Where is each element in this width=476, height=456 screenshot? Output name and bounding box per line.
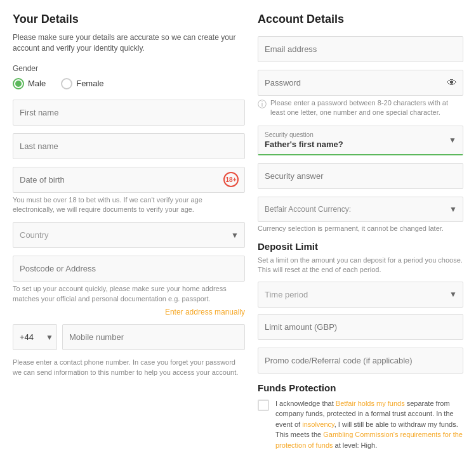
your-details-section: Your Details Please make sure your detai… bbox=[13, 13, 245, 456]
info-icon: ⓘ bbox=[258, 98, 267, 111]
password-wrapper: 👁 bbox=[258, 70, 463, 96]
gender-female-radio[interactable] bbox=[61, 78, 72, 89]
gender-female-label: Female bbox=[76, 79, 103, 88]
currency-group: Betfair Account Currency: GBP - British … bbox=[258, 197, 463, 232]
country-select[interactable]: Country bbox=[13, 222, 245, 248]
limit-amount-input[interactable] bbox=[258, 314, 463, 340]
funds-row: I acknowledge that Betfair holds my fund… bbox=[258, 398, 463, 451]
security-answer-group bbox=[258, 163, 463, 189]
gender-male-radio[interactable] bbox=[13, 78, 24, 89]
password-input[interactable] bbox=[258, 70, 463, 96]
password-note: Please enter a password between 8-20 cha… bbox=[270, 98, 463, 118]
eye-icon[interactable]: 👁 bbox=[447, 77, 457, 89]
account-details-title: Account Details bbox=[258, 13, 463, 26]
email-group bbox=[258, 36, 463, 62]
security-question-label: Security question bbox=[265, 131, 456, 138]
currency-wrapper: Betfair Account Currency: GBP - British … bbox=[258, 197, 463, 222]
postcode-input[interactable] bbox=[13, 256, 245, 282]
country-group: Country ▼ bbox=[13, 222, 245, 248]
currency-note: Currency selection is permanent, it cann… bbox=[258, 225, 463, 232]
dob-group: 18+ You must be over 18 to bet with us. … bbox=[13, 167, 245, 215]
funds-protection-section: Funds Protection I acknowledge that Betf… bbox=[258, 382, 463, 456]
country-select-wrapper: Country ▼ bbox=[13, 222, 245, 248]
age-badge: 18+ bbox=[223, 172, 239, 187]
password-group: 👁 ⓘ Please enter a password between 8-20… bbox=[258, 70, 463, 118]
phone-code-select[interactable]: +44 bbox=[13, 324, 57, 350]
promo-group bbox=[258, 348, 463, 374]
gender-male-option[interactable]: Male bbox=[13, 78, 46, 89]
gender-group: Male Female bbox=[13, 78, 245, 89]
dob-wrapper: 18+ bbox=[13, 167, 245, 193]
last-name-input[interactable] bbox=[13, 133, 245, 159]
gender-female-option[interactable]: Female bbox=[61, 78, 103, 89]
time-period-wrapper: Time period Daily Weekly Monthly ▼ bbox=[258, 282, 463, 308]
account-details-section: Account Details 👁 ⓘ Please enter a passw… bbox=[258, 13, 463, 456]
phone-note: Please enter a contact phone number. In … bbox=[13, 358, 245, 377]
deposit-limit-section: Deposit Limit Set a limit on the amount … bbox=[258, 241, 463, 374]
limit-amount-group bbox=[258, 314, 463, 340]
gender-male-label: Male bbox=[28, 79, 46, 88]
deposit-limit-title: Deposit Limit bbox=[258, 241, 463, 252]
deposit-limit-subtitle: Set a limit on the amount you can deposi… bbox=[258, 256, 463, 275]
dob-input[interactable] bbox=[13, 167, 245, 193]
phone-number-wrapper bbox=[62, 324, 245, 350]
funds-protection-checkbox[interactable] bbox=[258, 400, 269, 411]
email-input[interactable] bbox=[258, 36, 463, 62]
first-name-group bbox=[13, 100, 245, 126]
security-answer-input[interactable] bbox=[258, 163, 463, 189]
gender-label: Gender bbox=[13, 64, 245, 73]
currency-select[interactable]: Betfair Account Currency: GBP - British … bbox=[258, 197, 463, 222]
funds-protection-text: I acknowledge that Betfair holds my fund… bbox=[275, 398, 463, 451]
age-note: You must be over 18 to bet with us. If w… bbox=[13, 195, 245, 215]
mobile-number-input[interactable] bbox=[62, 324, 245, 350]
phone-group: +44 ▼ bbox=[13, 324, 245, 350]
security-question-group[interactable]: Security question Father's first name? ▼ bbox=[258, 126, 463, 155]
password-note-wrapper: ⓘ Please enter a password between 8-20 c… bbox=[258, 98, 463, 118]
funds-link-1[interactable]: Betfair holds my funds bbox=[336, 400, 405, 407]
funds-text-4: at level: High. bbox=[333, 441, 378, 449]
funds-protection-title: Funds Protection bbox=[258, 382, 463, 393]
time-period-select[interactable]: Time period Daily Weekly Monthly bbox=[258, 282, 463, 308]
funds-link-2[interactable]: insolvency bbox=[302, 420, 334, 428]
phone-code-wrapper: +44 ▼ bbox=[13, 324, 57, 350]
address-group: To set up your account quickly, please m… bbox=[13, 256, 245, 316]
your-details-subtitle: Please make sure your details are accura… bbox=[13, 32, 245, 54]
funds-text-1: I acknowledge that bbox=[275, 400, 336, 407]
last-name-group bbox=[13, 133, 245, 159]
security-question-value: Father's first name? bbox=[265, 140, 456, 149]
security-question-chevron-icon: ▼ bbox=[449, 136, 456, 145]
enter-manually-link[interactable]: Enter address manually bbox=[13, 308, 245, 316]
first-name-input[interactable] bbox=[13, 100, 245, 126]
address-note: To set up your account quickly, please m… bbox=[13, 284, 245, 304]
promo-input[interactable] bbox=[258, 348, 463, 374]
your-details-title: Your Details bbox=[13, 13, 245, 26]
